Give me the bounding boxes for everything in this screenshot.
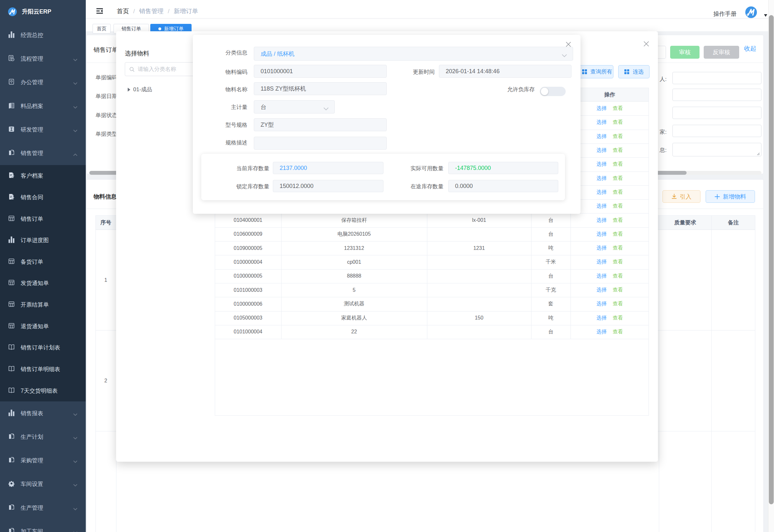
app-logo-icon bbox=[8, 7, 17, 16]
view-link[interactable]: 查看 bbox=[613, 161, 623, 168]
sidebar-item-label: 办公管理 bbox=[21, 78, 43, 86]
view-link[interactable]: 查看 bbox=[613, 231, 623, 238]
sidebar-item-生产计划[interactable]: 生产计划 bbox=[0, 425, 86, 448]
neg-stock-toggle[interactable] bbox=[540, 87, 566, 96]
view-link[interactable]: 查看 bbox=[613, 245, 623, 251]
order-right-input-1[interactable] bbox=[672, 89, 761, 101]
sidebar-item-料品档案[interactable]: 料品档案 bbox=[0, 94, 86, 118]
unit-select[interactable]: 台 bbox=[254, 100, 335, 113]
view-link[interactable]: 查看 bbox=[613, 133, 623, 140]
view-link[interactable]: 查看 bbox=[613, 217, 623, 224]
view-link[interactable]: 查看 bbox=[613, 119, 623, 126]
vertical-scrollbar-thumb[interactable] bbox=[769, 15, 774, 504]
select-link[interactable]: 选择 bbox=[597, 119, 607, 126]
order-card-title: 销售订单 bbox=[94, 46, 118, 54]
add-material-button[interactable]: 新增物料 bbox=[706, 190, 755, 203]
audit-button[interactable]: 审核 bbox=[670, 46, 700, 59]
breadcrumb-item-首页[interactable]: 首页 bbox=[117, 7, 129, 15]
logo-row[interactable]: 升阳云ERP bbox=[0, 0, 86, 23]
view-link[interactable]: 查看 bbox=[613, 189, 623, 196]
sidebar-item-生产管理[interactable]: 生产管理 bbox=[0, 496, 86, 519]
select-link[interactable]: 选择 bbox=[597, 147, 607, 154]
sidebar-item-订单进度图[interactable]: 订单进度图 bbox=[0, 230, 86, 251]
sidebar-item-发货通知单[interactable]: 发货通知单 bbox=[0, 272, 86, 294]
sidebar-item-开票结算单[interactable]: 开票结算单 bbox=[0, 294, 86, 316]
view-link[interactable]: 查看 bbox=[613, 315, 623, 321]
select-link[interactable]: 选择 bbox=[597, 231, 607, 238]
sidebar-item-销售管理[interactable]: 销售管理 bbox=[0, 142, 86, 165]
inv-avail-input[interactable]: -147875.0000 bbox=[448, 162, 558, 174]
avatar[interactable] bbox=[745, 6, 757, 18]
textarea-resize-icon[interactable] bbox=[756, 151, 760, 155]
view-link[interactable]: 查看 bbox=[613, 203, 623, 210]
code-input[interactable]: 0101000001 bbox=[254, 65, 387, 78]
sidebar-item-销售报表[interactable]: 销售报表 bbox=[0, 401, 86, 425]
import-button[interactable]: 引入 bbox=[662, 190, 700, 203]
tab-首页[interactable]: 首页 bbox=[93, 24, 111, 34]
select-table-cell: 1231312 bbox=[281, 241, 427, 255]
select-link[interactable]: 选择 bbox=[597, 245, 607, 251]
select-link[interactable]: 选择 bbox=[597, 217, 607, 224]
sidebar-item-销售订单[interactable]: 销售订单 bbox=[0, 208, 86, 230]
select-link[interactable]: 选择 bbox=[597, 315, 607, 321]
category-search-input[interactable]: 请输入分类名称 bbox=[125, 62, 199, 76]
tree-node-finished-goods[interactable]: 01-成品 bbox=[128, 86, 152, 93]
sidebar-item-7天交货明细表[interactable]: 7天交货明细表 bbox=[0, 380, 86, 401]
name-input[interactable]: 118S ZY型纸杯机 bbox=[254, 82, 387, 95]
select-link[interactable]: 选择 bbox=[597, 300, 607, 307]
sidebar-item-销售订单计划表[interactable]: 销售订单计划表 bbox=[0, 337, 86, 359]
order-right-input-0[interactable] bbox=[672, 72, 761, 84]
select-link[interactable]: 选择 bbox=[597, 105, 607, 112]
select-link[interactable]: 选择 bbox=[597, 273, 607, 280]
select-table-cell: 台 bbox=[531, 325, 571, 339]
view-link[interactable]: 查看 bbox=[613, 287, 623, 293]
sidebar-item-办公管理[interactable]: 办公管理 bbox=[0, 71, 86, 94]
vertical-scrollbar[interactable] bbox=[768, 0, 774, 532]
order-right-input-2[interactable] bbox=[672, 107, 761, 119]
sidebar-item-车间设置[interactable]: 车间设置 bbox=[0, 472, 86, 496]
tree-caret-icon[interactable] bbox=[128, 88, 130, 92]
updated-input[interactable]: 2026-01-14 14:48:46 bbox=[439, 65, 571, 78]
select-link[interactable]: 选择 bbox=[597, 203, 607, 210]
sidebar-item-退货通知单[interactable]: 退货通知单 bbox=[0, 315, 86, 337]
order-right-input-4[interactable] bbox=[672, 143, 761, 156]
manual-link[interactable]: 操作手册 bbox=[713, 10, 737, 18]
select-modal-close-icon[interactable] bbox=[643, 41, 649, 47]
spec-input[interactable] bbox=[254, 137, 387, 150]
select-link[interactable]: 选择 bbox=[597, 287, 607, 293]
sidebar-item-采购管理[interactable]: 采购管理 bbox=[0, 449, 86, 472]
view-link[interactable]: 查看 bbox=[613, 329, 623, 335]
view-link[interactable]: 查看 bbox=[613, 273, 623, 280]
collapse-link[interactable]: 收起 bbox=[744, 44, 756, 53]
sidebar-item-研发管理[interactable]: 研发管理 bbox=[0, 118, 86, 141]
sidebar-item-销售订单明细表[interactable]: 销售订单明细表 bbox=[0, 359, 86, 380]
multi-select-button[interactable]: 连选 bbox=[618, 65, 650, 78]
inv-current-input[interactable]: 2137.0000 bbox=[273, 162, 383, 174]
unaudit-button[interactable]: 反审核 bbox=[704, 46, 739, 59]
sidebar-item-经营总控[interactable]: 经营总控 bbox=[0, 23, 86, 47]
sidebar-item-客户档案[interactable]: 客户档案 bbox=[0, 165, 86, 187]
select-link[interactable]: 选择 bbox=[597, 161, 607, 168]
material-table-header-备注: 备注 bbox=[711, 215, 755, 230]
sidebar-item-销售合同[interactable]: 销售合同 bbox=[0, 187, 86, 208]
view-link[interactable]: 查看 bbox=[613, 105, 623, 112]
select-link[interactable]: 选择 bbox=[597, 259, 607, 265]
view-link[interactable]: 查看 bbox=[613, 175, 623, 182]
category-select[interactable]: 成品 / 纸杯机 bbox=[254, 47, 573, 61]
caret-down-icon[interactable] bbox=[764, 14, 767, 17]
model-input[interactable]: ZY型 bbox=[254, 118, 387, 131]
hamburger-icon[interactable] bbox=[96, 8, 103, 14]
sidebar-item-流程管理[interactable]: 流程管理 bbox=[0, 47, 86, 70]
sidebar-item-加工车间[interactable]: 加工车间 bbox=[0, 519, 86, 532]
select-link[interactable]: 选择 bbox=[597, 133, 607, 140]
order-right-input-3[interactable] bbox=[672, 125, 761, 137]
view-link[interactable]: 查看 bbox=[613, 300, 623, 307]
inv-locked-input[interactable]: 150012.0000 bbox=[273, 180, 383, 192]
view-link[interactable]: 查看 bbox=[613, 147, 623, 154]
inv-transit-input[interactable]: 0.0000 bbox=[448, 180, 558, 192]
view-link[interactable]: 查看 bbox=[613, 259, 623, 265]
select-link[interactable]: 选择 bbox=[597, 189, 607, 196]
sidebar-item-备货订单[interactable]: 备货订单 bbox=[0, 251, 86, 272]
select-link[interactable]: 选择 bbox=[597, 175, 607, 182]
select-link[interactable]: 选择 bbox=[597, 329, 607, 335]
